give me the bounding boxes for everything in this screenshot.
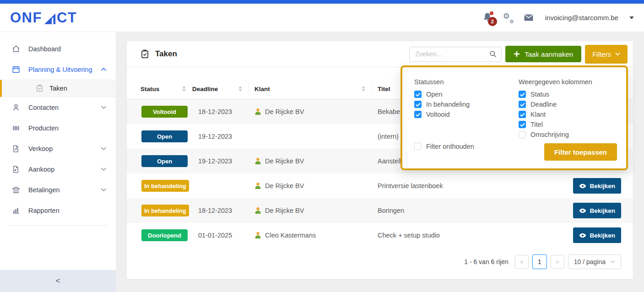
apply-filter-button[interactable]: Filter toepassen [544, 143, 617, 161]
bank-icon [12, 186, 21, 194]
chevron-down-icon [101, 146, 107, 151]
column-checkbox-status[interactable]: Status [519, 91, 617, 98]
statuses-title: Statussen [414, 78, 519, 86]
checkbox-icon[interactable] [519, 91, 526, 98]
eye-icon [579, 208, 586, 213]
table-row[interactable]: Doorlopend 01-01-2025 Cleo Kastermans Ch… [127, 223, 633, 248]
checkbox-icon[interactable] [414, 111, 422, 118]
column-checkbox-omschrijving[interactable]: Omschrijving [519, 131, 617, 138]
sidebar-item-contacten[interactable]: Contacten [0, 97, 116, 118]
view-button[interactable]: Bekijken [573, 227, 621, 243]
table-row[interactable]: In behandeling De Rijcke BV Printversie … [127, 173, 633, 198]
sidebar-item-dashboard[interactable]: Dashboard [0, 38, 116, 59]
bar-chart-icon [12, 206, 21, 214]
sidebar-item-betalingen[interactable]: Betalingen [0, 179, 116, 200]
sidebar-item-label: Aankoop [28, 166, 54, 173]
filters-panel: Statussen Open In behandeling Voltooid F… [400, 65, 628, 170]
mail-button[interactable] [524, 14, 533, 21]
titel-cell: Check + setup studio [372, 232, 568, 239]
column-checkbox-deadline[interactable]: Deadline [519, 101, 617, 108]
sort-icon[interactable] [362, 86, 365, 92]
column-checkbox-klant[interactable]: Klant [519, 111, 617, 118]
search-icon[interactable] [489, 50, 497, 58]
view-button[interactable]: Bekijken [573, 178, 621, 194]
column-header-klant[interactable]: Klant [249, 84, 372, 93]
status-badge: In behandeling [141, 180, 189, 192]
remember-filter-checkbox[interactable]: Filter onthouden [414, 143, 519, 150]
search-input[interactable] [415, 50, 489, 58]
chevron-down-icon [615, 52, 620, 56]
checkbox-icon[interactable] [414, 143, 422, 150]
sort-icon[interactable] [238, 86, 242, 92]
eye-icon [579, 184, 586, 189]
app-header: ONF CT 2 ⚙ ⚙ invoicing@starcomm.be [0, 4, 644, 32]
barcode-icon [12, 124, 21, 132]
sort-icon[interactable] [182, 86, 186, 92]
sidebar-item-planning[interactable]: Planning & Uitvoering [0, 59, 116, 80]
customer-icon [254, 108, 261, 115]
app-logo[interactable]: ONF CT [10, 11, 77, 25]
chevron-up-icon [101, 67, 107, 71]
table-row[interactable]: In behandeling 18-12-2023 De Rijcke BV B… [127, 198, 633, 223]
status-checkbox-voltooid[interactable]: Voltooid [414, 111, 519, 118]
sidebar-divider [9, 225, 107, 226]
status-badge: Open [141, 155, 188, 167]
account-email[interactable]: invoicing@starcomm.be [545, 14, 618, 22]
columns-title: Weergegeven kolommen [519, 78, 617, 86]
deadline-cell: 19-12-2023 [192, 157, 249, 165]
settings-button[interactable]: ⚙ ⚙ [503, 12, 514, 23]
checkbox-icon[interactable] [519, 101, 526, 108]
pagination-next-button[interactable]: > [551, 255, 564, 269]
status-checkbox-in-behandeling[interactable]: In behandeling [414, 101, 519, 108]
sidebar-item-aankoop[interactable]: Aankoop [0, 159, 116, 179]
sidebar-item-label: Taken [49, 85, 67, 92]
deadline-cell: 18-12-2023 [192, 108, 249, 115]
eye-icon [579, 233, 586, 238]
sidebar-item-label: Verkoop [28, 145, 53, 152]
klant-cell: De Rijcke BV [249, 157, 372, 165]
top-accent-bar [0, 0, 644, 4]
chevron-down-icon [101, 167, 107, 171]
logo-plane-icon [43, 13, 56, 25]
notification-count-badge: 2 [488, 17, 497, 26]
chevron-down-icon [101, 105, 107, 109]
page-title: Taken [141, 49, 177, 59]
klant-cell: Cleo Kastermans [249, 232, 372, 239]
view-button[interactable]: Bekijken [573, 203, 621, 218]
clipboard-check-icon [141, 49, 149, 59]
account-caret-down-icon[interactable] [629, 16, 634, 19]
logo-text-prefix: ONF [10, 11, 42, 25]
collapse-chevron: < [56, 276, 60, 286]
chevron-down-icon [610, 260, 615, 264]
column-header-deadline[interactable]: Deadline [192, 84, 249, 93]
sidebar-item-verkoop[interactable]: Verkoop [0, 138, 116, 159]
sidebar-item-rapporten[interactable]: Rapporten [0, 200, 116, 221]
filters-label: Filters [592, 50, 611, 58]
create-task-button[interactable]: Taak aanmaken [505, 46, 581, 62]
pagination: 1 - 6 van 6 rijen < 1 > 10 / pagina [127, 248, 633, 269]
plus-icon [514, 51, 520, 57]
column-checkbox-titel[interactable]: Titel [519, 121, 617, 128]
checkbox-icon[interactable] [414, 91, 422, 98]
column-header-status[interactable]: Status [141, 84, 192, 93]
gear-icon: ⚙ [503, 11, 510, 21]
titel-cell: Printversie lastenboek [372, 182, 568, 189]
checkbox-icon[interactable] [519, 131, 526, 138]
sidebar-collapse-button[interactable]: < [0, 270, 116, 292]
status-checkbox-open[interactable]: Open [414, 91, 519, 98]
checkbox-icon[interactable] [519, 111, 526, 118]
filters-button[interactable]: Filters [585, 45, 628, 64]
checkbox-icon[interactable] [519, 121, 526, 128]
pagination-prev-button[interactable]: < [515, 255, 529, 269]
pagination-page-1[interactable]: 1 [532, 254, 547, 269]
sidebar: Dashboard Planning & Uitvoering Taken [0, 32, 116, 292]
checkbox-icon[interactable] [414, 101, 422, 108]
notifications-button[interactable]: 2 [483, 12, 493, 23]
sidebar-item-taken[interactable]: Taken [0, 80, 116, 97]
calendar-icon [12, 65, 21, 74]
page-title-text: Taken [155, 49, 177, 59]
sidebar-item-producten[interactable]: Producten [0, 118, 116, 138]
sidebar-item-label: Betalingen [28, 186, 60, 194]
pagination-summary: 1 - 6 van 6 rijen [464, 258, 509, 265]
page-size-select[interactable]: 10 / pagina [568, 254, 621, 269]
